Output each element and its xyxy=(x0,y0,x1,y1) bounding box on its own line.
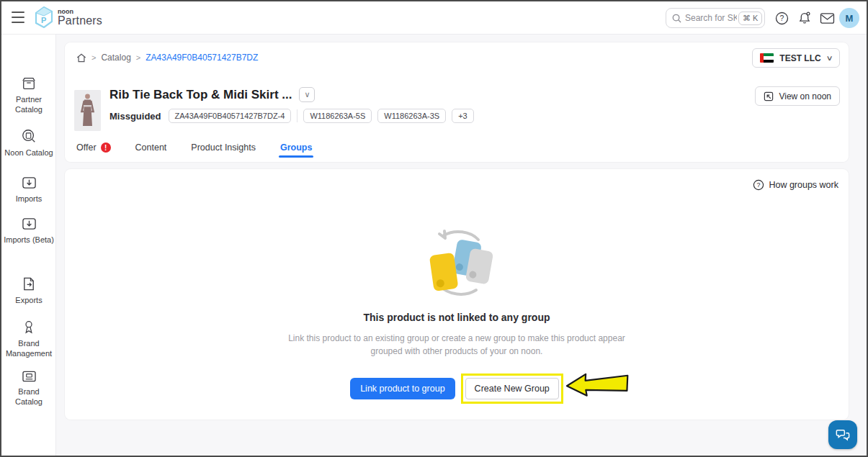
annotation-arrow-icon xyxy=(565,372,631,399)
sidebar-item-imports-beta[interactable]: Imports (Beta) xyxy=(1,217,56,245)
sidebar-label: Imports xyxy=(4,194,54,204)
brand-management-icon xyxy=(22,320,36,335)
sidebar-label: Exports xyxy=(4,295,54,305)
sidebar-label: Brand Catalog xyxy=(4,386,54,407)
breadcrumb-separator: > xyxy=(136,53,140,62)
breadcrumb-sku-link[interactable]: ZA43A49F0B40571427B7DZ xyxy=(146,53,258,63)
groups-sync-illustration xyxy=(410,227,504,299)
sidebar-label: Noon Catalog xyxy=(4,148,54,158)
partner-catalog-icon xyxy=(21,76,37,91)
empty-state-title: This product is not linked to any group xyxy=(364,312,550,323)
product-tabs: Offer ! Content Product Insights Groups xyxy=(76,137,312,162)
notifications-bell-icon[interactable] xyxy=(796,9,813,27)
sidebar-label: Brand Management xyxy=(4,338,54,358)
product-info: Rib Tie Back Top & Midi Skirt ... ∨ Miss… xyxy=(109,87,474,123)
exports-icon xyxy=(22,276,36,291)
svg-text:?: ? xyxy=(757,181,761,189)
question-circle-icon: ? xyxy=(753,179,764,191)
product-brand: Missguided xyxy=(109,111,161,122)
main-content: > Catalog > ZA43A49F0B40571427B7DZ TEST … xyxy=(56,35,867,456)
sidebar-item-imports[interactable]: Imports xyxy=(1,176,56,204)
sku-badge[interactable]: W1186263A-5S xyxy=(303,109,372,123)
global-search[interactable]: ⌘ K xyxy=(666,8,765,28)
view-on-noon-label: View on noon xyxy=(779,91,831,101)
sidebar-item-noon-catalog[interactable]: Noon Catalog xyxy=(1,128,56,158)
chevron-down-icon: ∨ xyxy=(826,54,833,62)
external-link-icon xyxy=(764,91,774,101)
view-on-noon-button[interactable]: View on noon xyxy=(755,86,840,106)
empty-state: This product is not linked to any group … xyxy=(65,227,849,404)
logo-text-bottom: Partners xyxy=(58,15,102,27)
top-bar: P noon Partners ⌘ K ? xyxy=(1,1,867,35)
help-icon[interactable]: ? xyxy=(773,9,790,27)
imports-beta-icon xyxy=(22,217,37,231)
chat-support-button[interactable] xyxy=(828,420,857,449)
svg-text:?: ? xyxy=(779,14,784,22)
sidebar-label: Partner Catalog xyxy=(4,94,54,114)
brand-catalog-icon xyxy=(22,370,37,383)
product-thumbnail xyxy=(74,90,101,131)
noon-catalog-icon xyxy=(21,128,37,144)
sku-badge[interactable]: W1186263A-3S xyxy=(377,109,446,123)
sidebar-item-exports[interactable]: Exports xyxy=(1,276,56,305)
sidebar-item-partner-catalog[interactable]: Partner Catalog xyxy=(1,76,56,114)
sku-badge-main[interactable]: ZA43A49F0B40571427B7DZ-4 xyxy=(169,109,292,123)
sidebar-label: Imports (Beta) xyxy=(4,235,54,245)
sidebar-item-brand-management[interactable]: Brand Management xyxy=(1,320,56,358)
home-icon[interactable] xyxy=(76,53,86,63)
search-icon xyxy=(672,14,681,23)
noon-cube-icon: P xyxy=(35,6,53,28)
search-shortcut-badge: ⌘ K xyxy=(738,12,762,25)
uae-flag-icon xyxy=(760,53,774,63)
title-expand-chevron[interactable]: ∨ xyxy=(299,87,315,102)
chat-bubbles-icon xyxy=(836,428,850,441)
empty-state-description: Link this product to an existing group o… xyxy=(277,332,637,358)
product-title: Rib Tie Back Top & Midi Skirt ... xyxy=(109,88,292,102)
create-new-group-button[interactable]: Create New Group xyxy=(465,378,559,399)
sidebar-item-brand-catalog[interactable]: Brand Catalog xyxy=(1,370,56,407)
tab-content[interactable]: Content xyxy=(135,142,167,162)
svg-text:P: P xyxy=(41,16,46,24)
tab-groups[interactable]: Groups xyxy=(280,142,312,162)
account-name: TEST LLC xyxy=(779,53,820,63)
search-input[interactable] xyxy=(685,13,737,23)
link-product-to-group-button[interactable]: Link product to group xyxy=(350,378,455,399)
breadcrumb-separator: > xyxy=(91,53,96,62)
mail-icon[interactable] xyxy=(818,9,836,27)
annotation-highlight-box: Create New Group xyxy=(461,374,563,404)
divider xyxy=(297,109,297,122)
tab-offer[interactable]: Offer ! xyxy=(76,142,111,162)
sku-badge-more[interactable]: +3 xyxy=(452,109,474,123)
user-avatar[interactable]: M xyxy=(839,8,859,28)
breadcrumb-catalog[interactable]: Catalog xyxy=(101,53,130,63)
account-selector[interactable]: TEST LLC ∨ xyxy=(752,48,840,68)
noon-partners-logo[interactable]: P noon Partners xyxy=(35,6,102,28)
breadcrumb: > Catalog > ZA43A49F0B40571427B7DZ xyxy=(76,53,258,63)
product-header-card: > Catalog > ZA43A49F0B40571427B7DZ TEST … xyxy=(65,42,849,162)
sidebar-nav: Partner Catalog Noon Catalog Imports Imp… xyxy=(1,35,56,456)
app-window: P noon Partners ⌘ K ? xyxy=(0,0,868,457)
how-groups-work-link[interactable]: ? How groups work xyxy=(753,179,838,191)
offer-alert-badge: ! xyxy=(101,142,111,153)
groups-panel: ? How groups work This product is not li… xyxy=(65,169,849,420)
imports-icon xyxy=(22,176,37,190)
tab-product-insights[interactable]: Product Insights xyxy=(191,142,256,162)
hamburger-menu-icon[interactable] xyxy=(12,12,24,23)
